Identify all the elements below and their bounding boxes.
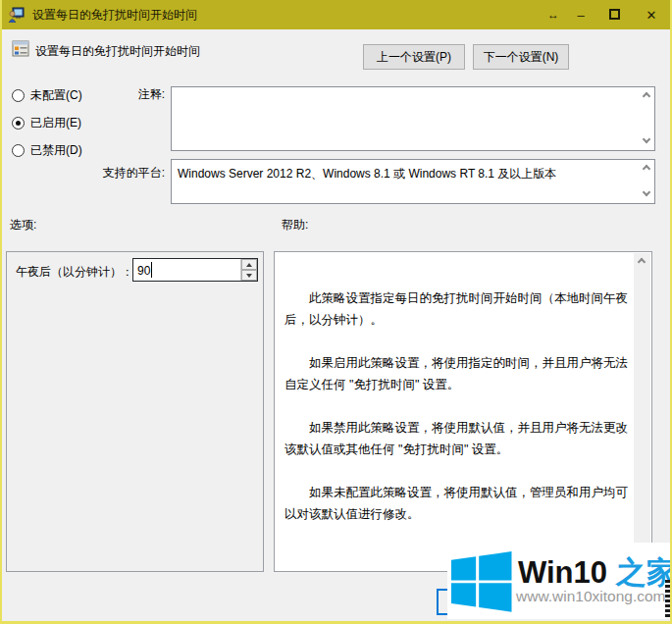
help-paragraph: 如果未配置此策略设置，将使用默认值，管理员和用户均可以对该默认值进行修改。 [284,482,628,525]
radio-circle [12,89,25,102]
help-paragraph: 如果禁用此策略设置，将使用默认值，并且用户将无法更改该默认值或其他任何 "免打扰… [284,417,628,460]
maximize-button[interactable] [595,8,633,23]
setting-name: 设置每日的免打扰时间开始时间 [35,43,200,60]
options-section-label: 选项: [10,217,36,234]
group-policy-icon [8,7,25,23]
minutes-input[interactable]: 90 [133,259,240,281]
help-scrollbar[interactable] [634,253,650,570]
comment-label: 注释: [57,86,165,103]
scroll-up-icon[interactable] [643,164,651,173]
windows-logo-icon [451,550,512,613]
scroll-up-icon[interactable] [638,257,646,266]
minutes-after-midnight-label: 午夜后（以分钟计）： [16,264,133,281]
next-setting-button[interactable]: 下一个设置(N) [473,44,569,70]
up-arrow-icon [246,263,252,267]
close-button[interactable]: ✕ [633,8,670,23]
spin-down-button[interactable] [241,270,257,281]
help-section-label: 帮助: [282,217,308,234]
maximize-icon [609,9,620,20]
scroll-up-icon[interactable] [643,91,651,100]
radio-label: 已启用(E) [30,115,81,131]
policy-setting-dialog: 设置每日的免打扰时间开始时间 ↔ – ✕ 设置每日的免打扰时间开始时间 上一个设… [0,0,672,624]
radio-circle [12,144,25,157]
scroll-down-icon[interactable] [643,190,651,199]
window-title: 设置每日的免打扰时间开始时间 [32,7,197,24]
radio-disabled[interactable]: 已禁用(D) [12,143,82,157]
down-arrow-icon [246,274,252,278]
minutes-value: 90 [137,264,150,278]
platforms-textbox[interactable]: Windows Server 2012 R2、Windows 8.1 或 Win… [171,159,655,204]
brand-zhijia: 之家 [616,555,672,590]
text-caret [151,262,152,278]
help-paragraph: 如果启用此策略设置，将使用指定的时间，并且用户将无法自定义任何 "免打扰时间" … [284,352,628,395]
help-text: 此策略设置指定每日的免打扰时间开始时间（本地时间午夜后，以分钟计）。 如果启用此… [284,287,628,546]
radio-enabled[interactable]: 已启用(E) [12,116,81,130]
spinner-buttons [240,259,257,281]
platforms-value: Windows Server 2012 R2、Windows 8.1 或 Win… [178,167,556,181]
help-panel: 此策略设置指定每日的免打扰时间开始时间（本地时间午夜后，以分钟计）。 如果启用此… [274,251,652,572]
platforms-label: 支持的平台: [57,165,165,182]
caption-buttons: ↔ – ✕ [541,0,670,29]
scroll-down-icon[interactable] [643,137,651,146]
spin-up-button[interactable] [241,259,257,270]
brand-url: www.win10xitong.com [516,588,665,605]
help-paragraph: 此策略设置指定每日的免打扰时间开始时间（本地时间午夜后，以分钟计）。 [284,287,628,331]
watermark-edge-strip [665,580,672,617]
brand-win10: Win10 [518,555,607,590]
minimize-button[interactable]: – [566,8,595,23]
minutes-spinner[interactable]: 90 [132,258,258,282]
win10xitong-watermark: Win10 之家 www.win10xitong.com [447,543,672,619]
options-panel: 午夜后（以分钟计）： 90 [6,251,264,572]
radio-label: 已禁用(D) [30,142,82,159]
setting-icon [12,40,29,57]
comment-textarea[interactable] [171,86,655,151]
previous-setting-button[interactable]: 上一个设置(P) [363,44,465,70]
radio-circle-checked [12,117,25,130]
resize-icon[interactable]: ↔ [541,8,566,22]
